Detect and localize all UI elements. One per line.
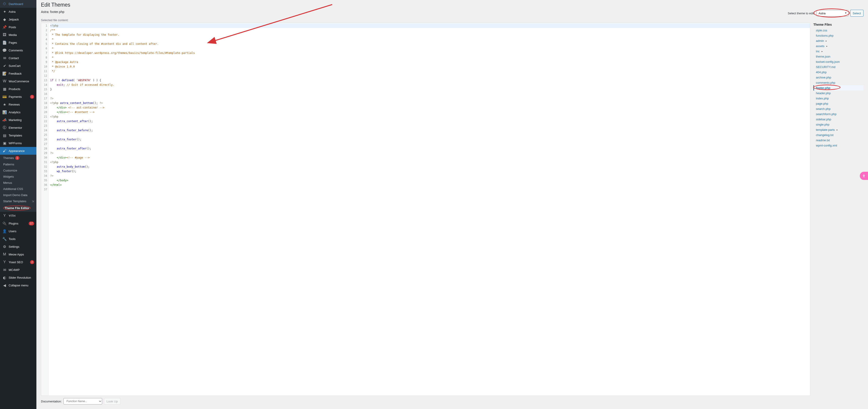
file-item-inc[interactable]: inc [813,49,863,54]
badge: 1 [30,95,34,99]
sidebar-sub-theme-file-editor[interactable]: Theme File Editor [0,204,36,212]
sidebar-sub-starter-templates[interactable]: Starter Templates⇲ [0,198,36,204]
sidebar-item-collapse-menu[interactable]: ◀Collapse menu [0,281,36,289]
sidebar-sub-additional-css[interactable]: Additional CSS [0,186,36,192]
sidebar-item-jetpack[interactable]: ◆Jetpack [0,15,36,23]
file-item-search-php[interactable]: search.php [813,106,863,112]
theme-select[interactable]: Astra [816,10,848,17]
sidebar-item-analytics[interactable]: 📊Analytics [0,108,36,116]
sidebar-item-comments[interactable]: 💬Comments [0,46,36,54]
file-item-sidebar-php[interactable]: sidebar.php [813,117,863,122]
file-item-header-php[interactable]: header.php [813,91,863,96]
select-button[interactable]: Select [850,10,863,17]
meow-icon: M [2,252,7,257]
file-item-changelog-txt[interactable]: changelog.txt [813,132,863,137]
file-item-theme-json[interactable]: theme.json [813,54,863,59]
page-title: Edit Themes [41,2,863,8]
sidebar-sub-menus[interactable]: Menus [0,180,36,186]
sidebar-label: Reviews [9,103,34,106]
sidebar-label: Yoast SEO [9,260,30,264]
sidebar-item-reviews[interactable]: ★Reviews [0,100,36,108]
documentation-label: Documentation: [41,400,62,403]
file-item-template-parts[interactable]: template-parts [813,127,863,132]
sidebar-item-templates[interactable]: ▤Templates [0,131,36,139]
sidebar-item-users[interactable]: 👤Users [0,227,36,235]
file-item-security-md[interactable]: SECURITY.md [813,64,863,70]
selected-content-label: Selected file content: [41,19,863,22]
sidebar-item-pages[interactable]: 📄Pages [0,39,36,46]
sidebar-item-dashboard[interactable]: ⏲Dashboard [0,0,36,8]
sidebar-item-yoast-seo[interactable]: YYoast SEO2 [0,258,36,266]
lookup-button[interactable]: Look Up [104,398,120,404]
sidebar-label: Tools [9,237,34,241]
sidebar-label: Comments [9,49,34,52]
sidebar-label: Products [9,87,34,91]
posts-icon: 📌 [2,25,7,29]
file-item-searchform-php[interactable]: searchform.php [813,112,863,117]
sidebar-sub-customize[interactable]: Customize [0,167,36,174]
sidebar-item-slider-revolution[interactable]: ◐Slider Revolution [0,274,36,281]
sidebar-item-settings[interactable]: ⚙Settings [0,243,36,250]
sidebar-label: Dashboard [9,2,34,6]
sidebar-item-payments[interactable]: 💳Payments1 [0,93,36,100]
analytics-icon: 📊 [2,110,7,115]
svg-point-2 [864,174,864,175]
sidebar-item-contact[interactable]: ✉Contact [0,54,36,62]
slider-icon: ◐ [2,275,7,280]
sidebar-label: Feedback [9,72,34,75]
file-item-footer-php[interactable]: footer.php [813,85,863,91]
sidebar-item-products[interactable]: ▦Products [0,85,36,93]
file-item-page-php[interactable]: page.php [813,101,863,106]
sidebar-item-mc4wp[interactable]: ✉MC4WP [0,266,36,274]
theme-files-heading: Theme Files [813,23,863,26]
sidebar-label: Meow Apps [9,253,34,256]
sidebar-item-feedback[interactable]: 📝Feedback [0,70,36,77]
sidebar-item-tools[interactable]: 🔧Tools [0,235,36,243]
accessibility-fab[interactable] [860,172,868,180]
sidebar-label: Astra [9,10,34,13]
sidebar-item-media[interactable]: 🖼Media [0,31,36,39]
sidebar-item-elementor[interactable]: ⒺElementor [0,124,36,131]
sidebar-item-plugins[interactable]: 🔌Plugins17 [0,220,36,227]
sidebar-sub-themes[interactable]: Themes1 [0,155,36,161]
sidebar-item-meow-apps[interactable]: MMeow Apps [0,250,36,258]
file-item-style-css[interactable]: style.css [813,28,863,33]
sidebar-label: Elementor [9,126,34,129]
sidebar-item-surecart[interactable]: ✔SureCart [0,62,36,70]
file-item-index-php[interactable]: index.php [813,96,863,101]
sidebar-sub-widgets[interactable]: Widgets [0,174,36,180]
sidebar-item-marketing[interactable]: 📣Marketing [0,116,36,124]
marketing-icon: 📣 [2,118,7,122]
sidebar-sub-patterns[interactable]: Patterns [0,161,36,167]
code-content[interactable]: <?php/** * The template for displaying t… [49,23,810,396]
file-item-wpml-config-xml[interactable]: wpml-config.xml [813,143,863,148]
documentation-select[interactable]: Function Name... [63,398,102,404]
pages-icon: 📄 [2,40,7,45]
sidebar-label: Posts [9,26,34,29]
file-item-readme-txt[interactable]: readme.txt [813,137,863,143]
file-item-archive-php[interactable]: archive.php [813,75,863,80]
sidebar-item-astra[interactable]: ✦Astra [0,8,36,15]
file-item-single-php[interactable]: single.php [813,122,863,127]
file-item-assets[interactable]: assets [813,43,863,49]
sidebar-item-wpforms[interactable]: ▣WPForms [0,139,36,147]
theme-files-panel: Theme Files style.cssfunctions.phpadmina… [813,23,863,404]
code-editor[interactable]: 1234567891011121314151617181920212223242… [41,23,810,396]
sidebar-item-woocommerce[interactable]: WWooCommerce [0,77,36,85]
file-item-404-php[interactable]: 404.php [813,70,863,75]
wpforms-icon: ▣ [2,141,7,145]
media-icon: 🖼 [2,33,7,37]
sidebar-sub-import-demo-data[interactable]: Import Demo Data [0,192,36,198]
sidebar-item-yith[interactable]: YYITH [0,212,36,220]
sidebar-item-appearance[interactable]: 🖌Appearance [0,147,36,155]
users-icon: 👤 [2,229,7,233]
sidebar-label: SureCart [9,64,34,68]
sidebar-item-posts[interactable]: 📌Posts [0,23,36,31]
sidebar-label: WPForms [9,141,34,145]
file-item-admin[interactable]: admin [813,38,863,43]
file-item-comments-php[interactable]: comments.php [813,80,863,85]
file-item-functions-php[interactable]: functions.php [813,33,863,38]
admin-sidebar: ⏲Dashboard✦Astra◆Jetpack📌Posts🖼Media📄Pag… [0,0,36,409]
file-item-toolset-config-json[interactable]: toolset-config.json [813,59,863,64]
appearance-icon: 🖌 [2,149,7,153]
